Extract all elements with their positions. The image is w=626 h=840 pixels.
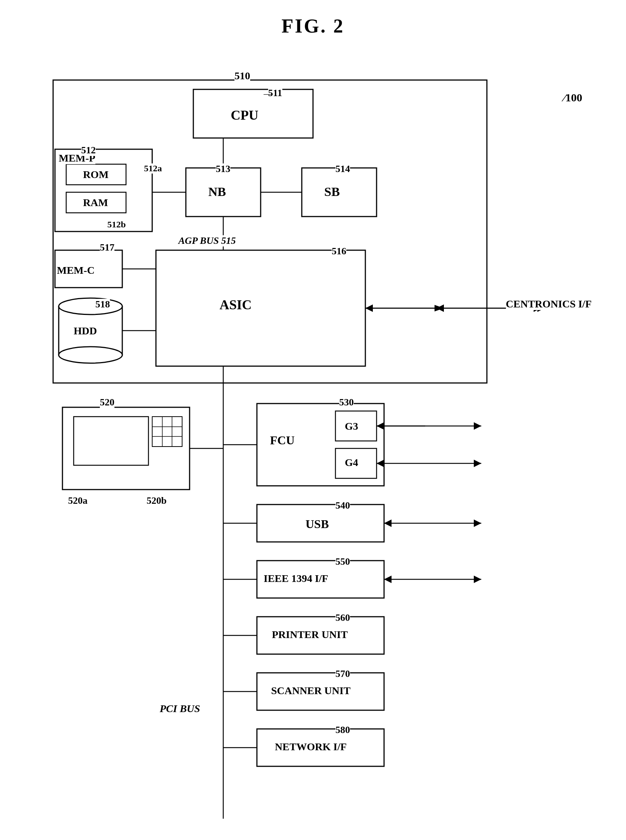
pci-bus-label: PCI BUS bbox=[160, 703, 200, 715]
network-box-label: NETWORK I/F bbox=[275, 741, 347, 753]
svg-point-10 bbox=[59, 298, 122, 314]
diagram: 510 ∕100 CPU 511 — NB 513 SB 514 MEM-P 5… bbox=[33, 52, 593, 837]
ref-512: 512 bbox=[81, 145, 96, 156]
usb-box-label: USB bbox=[305, 517, 329, 531]
svg-marker-46 bbox=[384, 519, 391, 527]
svg-rect-25 bbox=[74, 417, 149, 465]
ram-box-label: RAM bbox=[83, 197, 108, 209]
svg-marker-50 bbox=[474, 576, 481, 583]
printer-box-label: PRINTER UNIT bbox=[272, 629, 348, 641]
svg-marker-36 bbox=[474, 422, 481, 430]
ref-520b: 520b bbox=[147, 495, 166, 507]
nb-box-label: NB bbox=[208, 185, 226, 199]
ref-520a: 520a bbox=[68, 495, 88, 507]
svg-marker-45 bbox=[474, 519, 481, 527]
page-title: FIG. 2 bbox=[282, 15, 344, 37]
hdd-box-label: HDD bbox=[74, 325, 97, 337]
svg-marker-38 bbox=[377, 422, 384, 430]
ref-560: 560 bbox=[335, 612, 350, 623]
asic-box-label: ASIC bbox=[219, 297, 252, 313]
scanner-box-label: SCANNER UNIT bbox=[271, 685, 351, 697]
svg-marker-40 bbox=[474, 460, 481, 467]
ref-520: 520 bbox=[100, 397, 114, 408]
ieee-box-label: IEEE 1394 I/F bbox=[264, 573, 328, 585]
ref-514: 514 bbox=[335, 163, 350, 175]
svg-rect-24 bbox=[63, 407, 189, 490]
centronics-label: CENTRONICS I/F bbox=[506, 298, 592, 310]
ref-540: 540 bbox=[335, 500, 350, 511]
g4-box-label: G4 bbox=[345, 457, 358, 469]
rom-box-label: ROM bbox=[83, 169, 108, 181]
svg-marker-51 bbox=[384, 576, 391, 583]
g3-box-label: G3 bbox=[345, 420, 358, 432]
ref-550: 550 bbox=[335, 556, 350, 567]
svg-rect-26 bbox=[152, 417, 182, 447]
ref-513: 513 bbox=[216, 163, 230, 175]
ref-511-dash: — bbox=[264, 89, 272, 99]
fcu-box-label: FCU bbox=[270, 433, 295, 447]
ref-580: 580 bbox=[335, 724, 350, 736]
svg-rect-0 bbox=[53, 80, 487, 383]
svg-point-11 bbox=[59, 347, 122, 363]
svg-rect-7 bbox=[156, 250, 365, 366]
ref-530: 530 bbox=[339, 397, 354, 408]
sb-box-label: SB bbox=[324, 185, 340, 199]
ref-100: ∕100 bbox=[563, 91, 582, 104]
ref-518: 518 bbox=[95, 299, 110, 310]
cpu-box-label: CPU bbox=[231, 107, 258, 123]
ref-510: 510 bbox=[235, 70, 250, 82]
ref-512a: 512a bbox=[144, 163, 162, 174]
ref-516: 516 bbox=[332, 246, 346, 257]
ref-517: 517 bbox=[100, 242, 114, 253]
memc-box-label: MEM-C bbox=[57, 264, 95, 276]
ref-570: 570 bbox=[335, 668, 350, 680]
svg-marker-62 bbox=[365, 304, 373, 312]
agp-bus-label: AGP BUS 515 bbox=[178, 235, 236, 246]
svg-marker-23 bbox=[437, 304, 444, 312]
ref-512b: 512b bbox=[107, 219, 126, 230]
svg-marker-41 bbox=[377, 460, 384, 467]
